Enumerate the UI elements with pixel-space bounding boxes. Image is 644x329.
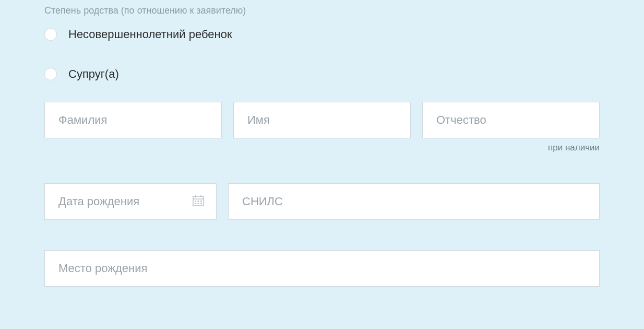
- surname-field: [44, 102, 222, 153]
- birthplace-field: [44, 250, 600, 287]
- snils-input[interactable]: [228, 183, 600, 220]
- birthplace-input[interactable]: [44, 250, 600, 287]
- birth-snils-row: [44, 183, 600, 220]
- relationship-section-label: Степень родства (по отношению к заявител…: [44, 5, 600, 16]
- birthdate-input[interactable]: [44, 183, 217, 220]
- firstname-input[interactable]: [233, 102, 411, 138]
- relationship-radio-group: Несовершеннолетний ребенок Супруг(а): [44, 28, 600, 81]
- radio-circle-icon: [44, 28, 57, 41]
- radio-label-spouse: Супруг(а): [68, 67, 119, 81]
- patronymic-input[interactable]: [422, 102, 600, 138]
- patronymic-hint: при наличии: [422, 143, 600, 153]
- snils-field: [228, 183, 600, 220]
- birthdate-field: [44, 183, 217, 220]
- surname-input[interactable]: [44, 102, 222, 138]
- name-row: при наличии: [44, 102, 600, 153]
- firstname-field: [233, 102, 411, 153]
- radio-item-minor-child[interactable]: Несовершеннолетний ребенок: [44, 28, 600, 41]
- patronymic-field: при наличии: [422, 102, 600, 153]
- radio-item-spouse[interactable]: Супруг(а): [44, 67, 600, 81]
- birthplace-row: [44, 250, 600, 287]
- radio-label-minor-child: Несовершеннолетний ребенок: [68, 28, 232, 41]
- radio-circle-icon: [44, 68, 57, 80]
